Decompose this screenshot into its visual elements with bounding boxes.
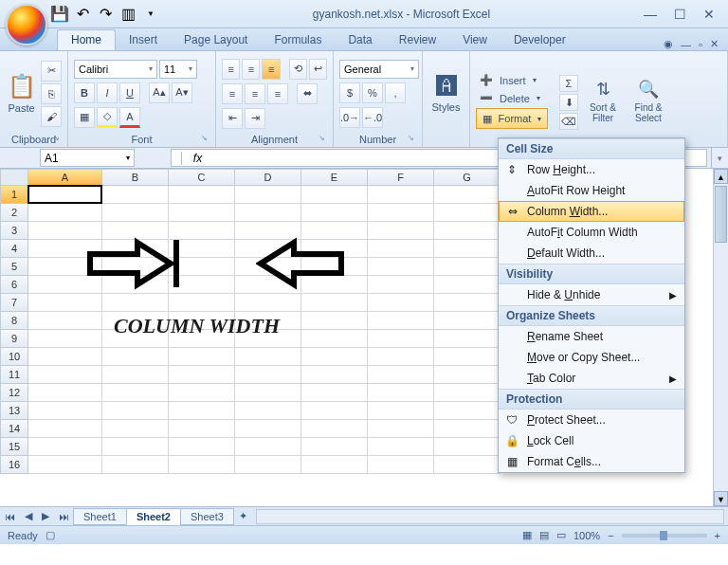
menu-autofit-row-height[interactable]: AutoFit Row Height bbox=[499, 180, 684, 201]
save-icon[interactable]: 💾 bbox=[51, 6, 68, 23]
cell[interactable] bbox=[169, 186, 235, 204]
cell[interactable] bbox=[28, 402, 102, 420]
cell[interactable] bbox=[169, 438, 235, 456]
styles-button[interactable]: 🅰 Styles bbox=[428, 54, 464, 133]
cell[interactable] bbox=[434, 294, 500, 312]
align-right-button[interactable]: ≡ bbox=[267, 83, 288, 104]
cell[interactable] bbox=[169, 402, 235, 420]
sheet-tab-1[interactable]: Sheet1 bbox=[73, 508, 127, 525]
expand-formula-bar-icon[interactable]: ▾ bbox=[711, 148, 728, 168]
currency-button[interactable]: $ bbox=[339, 82, 360, 103]
cell[interactable] bbox=[368, 456, 434, 474]
cell[interactable] bbox=[169, 456, 235, 474]
cell[interactable] bbox=[235, 348, 301, 366]
tab-home[interactable]: Home bbox=[57, 29, 116, 50]
cell[interactable] bbox=[368, 186, 434, 204]
decrease-decimal-button[interactable]: ←.0 bbox=[362, 107, 383, 128]
cell[interactable] bbox=[235, 204, 301, 222]
cell[interactable] bbox=[235, 456, 301, 474]
cell[interactable] bbox=[368, 438, 434, 456]
cell[interactable] bbox=[301, 402, 368, 420]
ribbon-minimize-icon[interactable]: — bbox=[681, 39, 691, 50]
row-header[interactable]: 15 bbox=[0, 438, 28, 456]
cell[interactable] bbox=[235, 402, 301, 420]
menu-default-width[interactable]: Default Width... bbox=[499, 243, 684, 264]
clear-button[interactable]: ⌫ bbox=[559, 113, 578, 130]
qat-dropdown-icon[interactable]: ▼ bbox=[142, 6, 159, 23]
cell[interactable] bbox=[102, 456, 169, 474]
number-format-combo[interactable]: General▾ bbox=[339, 60, 419, 79]
merge-cells-button[interactable]: ⬌ bbox=[297, 83, 318, 104]
cell[interactable] bbox=[28, 384, 102, 402]
format-cells-button[interactable]: ▦ Format ▾ bbox=[476, 108, 548, 129]
cell[interactable] bbox=[368, 312, 434, 330]
cell[interactable] bbox=[301, 348, 368, 366]
cell[interactable] bbox=[169, 420, 235, 438]
fill-color-button[interactable]: ◇ bbox=[97, 107, 118, 128]
paste-button[interactable]: 📋 Paste bbox=[6, 54, 37, 133]
sheet-nav-next-icon[interactable]: ▶ bbox=[37, 510, 54, 522]
cut-button[interactable]: ✂ bbox=[41, 61, 62, 82]
font-size-combo[interactable]: 11▾ bbox=[159, 60, 197, 79]
cell[interactable] bbox=[301, 384, 368, 402]
doc-restore-icon[interactable]: ▫ bbox=[699, 39, 702, 50]
font-name-combo[interactable]: Calibri▾ bbox=[74, 60, 157, 79]
row-header[interactable]: 3 bbox=[0, 222, 28, 240]
bold-button[interactable]: B bbox=[74, 82, 95, 103]
cell[interactable] bbox=[102, 186, 169, 204]
tab-formulas[interactable]: Formulas bbox=[261, 30, 335, 50]
cell[interactable] bbox=[368, 330, 434, 348]
cell[interactable] bbox=[368, 366, 434, 384]
row-header[interactable]: 13 bbox=[0, 402, 28, 420]
select-all-corner[interactable] bbox=[0, 169, 28, 186]
scroll-up-icon[interactable]: ▲ bbox=[714, 169, 728, 184]
maximize-button[interactable]: ☐ bbox=[674, 7, 686, 22]
borders-button[interactable]: ▦ bbox=[74, 107, 95, 128]
cell[interactable] bbox=[434, 204, 500, 222]
wrap-text-button[interactable]: ↩ bbox=[309, 59, 327, 80]
cell[interactable] bbox=[434, 222, 500, 240]
qat-custom-icon[interactable]: ▥ bbox=[119, 6, 136, 23]
cell[interactable] bbox=[102, 348, 169, 366]
sheet-nav-last-icon[interactable]: ⏭ bbox=[54, 511, 74, 522]
cell[interactable] bbox=[434, 276, 500, 294]
cell[interactable] bbox=[434, 186, 500, 204]
row-header[interactable]: 1 bbox=[0, 186, 28, 204]
cell[interactable] bbox=[235, 438, 301, 456]
italic-button[interactable]: I bbox=[97, 82, 118, 103]
cell[interactable] bbox=[28, 420, 102, 438]
row-header[interactable]: 12 bbox=[0, 384, 28, 402]
cell[interactable] bbox=[368, 294, 434, 312]
cell[interactable] bbox=[28, 348, 102, 366]
menu-column-width[interactable]: ⇔Column Width... bbox=[499, 201, 684, 222]
cell[interactable] bbox=[368, 258, 434, 276]
top-align-button[interactable]: ≡ bbox=[222, 59, 240, 80]
format-painter-button[interactable]: 🖌 bbox=[41, 106, 62, 127]
sheet-tab-3[interactable]: Sheet3 bbox=[180, 508, 234, 525]
comma-button[interactable]: , bbox=[385, 82, 406, 103]
row-header[interactable]: 2 bbox=[0, 204, 28, 222]
column-header[interactable]: E bbox=[301, 169, 368, 186]
view-layout-icon[interactable]: ▤ bbox=[539, 529, 549, 541]
cell[interactable] bbox=[169, 366, 235, 384]
grow-font-button[interactable]: A▴ bbox=[149, 82, 170, 103]
cell[interactable] bbox=[368, 222, 434, 240]
column-header[interactable]: B bbox=[102, 169, 169, 186]
zoom-out-button[interactable]: − bbox=[608, 530, 613, 541]
cell[interactable] bbox=[301, 366, 368, 384]
undo-icon[interactable]: ↶ bbox=[74, 6, 91, 23]
minimize-button[interactable]: — bbox=[644, 7, 657, 22]
cell[interactable] bbox=[434, 366, 500, 384]
underline-button[interactable]: U bbox=[119, 82, 140, 103]
cell[interactable] bbox=[301, 186, 368, 204]
column-header[interactable]: A bbox=[28, 169, 102, 186]
sheet-nav-first-icon[interactable]: ⏮ bbox=[0, 511, 20, 522]
row-header[interactable]: 9 bbox=[0, 330, 28, 348]
office-button[interactable] bbox=[6, 4, 47, 46]
align-center-button[interactable]: ≡ bbox=[245, 83, 265, 104]
cell[interactable] bbox=[235, 420, 301, 438]
cell[interactable] bbox=[102, 384, 169, 402]
menu-protect-sheet[interactable]: 🛡Protect Sheet... bbox=[499, 410, 684, 430]
menu-tab-color[interactable]: Tab Color▶ bbox=[499, 368, 684, 389]
cell[interactable] bbox=[102, 204, 169, 222]
